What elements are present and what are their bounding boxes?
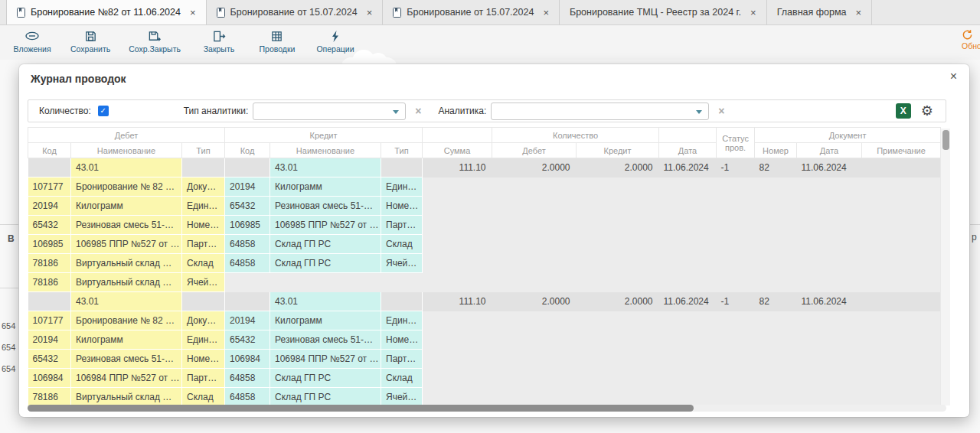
cell-num xyxy=(755,235,797,254)
cell-k-name: Склад ГП РС xyxy=(270,369,381,388)
analytics-clear-icon[interactable]: × xyxy=(718,105,724,117)
operations-button[interactable]: Операции xyxy=(315,29,355,54)
tab-tmc-registry[interactable]: Бронирование ТМЦ - Реестр за 2024 г. × xyxy=(560,0,767,24)
horizontal-scrollbar[interactable] xyxy=(28,405,946,412)
cell-k-type: Един… xyxy=(381,311,423,330)
tab-booking-1507-a[interactable]: Бронирование от 15.07.2024 × xyxy=(207,0,384,24)
tab-label: Бронирование №82 от 11.06.2024 xyxy=(31,7,181,18)
tab-close-icon[interactable]: × xyxy=(190,7,196,18)
close-form-button[interactable]: Закрыть xyxy=(199,29,239,54)
postings-button[interactable]: Проводки xyxy=(257,29,297,54)
analytics-type-clear-icon[interactable]: × xyxy=(415,105,421,117)
settings-gear-icon[interactable]: ⚙ xyxy=(921,104,933,118)
refresh-button[interactable]: Обновить xyxy=(962,29,980,50)
horizontal-scrollbar-thumb[interactable] xyxy=(28,405,694,412)
refresh-icon xyxy=(962,29,973,41)
cell-k-type: Номе… xyxy=(381,330,423,350)
cell-k-code: 106985 xyxy=(225,216,270,235)
tab-booking-1507-b[interactable]: Бронирование от 15.07.2024 × xyxy=(383,0,560,24)
cell-qk xyxy=(577,273,659,292)
cell-k-code: 65432 xyxy=(225,197,270,216)
col-header-debit-code: Код xyxy=(28,143,71,158)
tab-close-icon[interactable]: × xyxy=(367,7,373,18)
table-row[interactable]: 106985106985 ППР №527 от …Парт…64858Скла… xyxy=(28,235,941,254)
postings-table-area: Дебет Кредит Количество Статус пров. Док… xyxy=(28,127,950,407)
cell-num: 82 xyxy=(755,158,797,177)
cell-sum xyxy=(423,197,492,216)
vertical-scrollbar[interactable] xyxy=(940,129,950,405)
cell-d-type: Ячей… xyxy=(182,273,225,292)
table-row[interactable]: 78186Виртуальный склад …Склад64858Склад … xyxy=(28,254,941,273)
analytics-select[interactable] xyxy=(491,103,709,120)
toolbar-label: Закрыть xyxy=(204,44,234,54)
cell-d-type: Парт… xyxy=(182,235,225,254)
table-row[interactable]: 43.0143.01111.102.00002.000011.06.2024-1… xyxy=(28,158,941,177)
toolbar-label: Сохр.Закрыть xyxy=(129,44,181,54)
cell-sum xyxy=(423,369,492,388)
tab-main-form[interactable]: Главная форма × xyxy=(767,0,872,24)
table-row[interactable]: 65432Резиновая смесь 51-…Номе…1069841069… xyxy=(28,350,941,369)
tab-close-icon[interactable]: × xyxy=(543,7,549,18)
attachments-button[interactable]: Вложения xyxy=(12,29,52,54)
tab-booking-82[interactable]: Бронирование №82 от 11.06.2024 × xyxy=(6,0,207,24)
cell-d-type xyxy=(182,158,225,177)
cell-date: 11.06.2024 xyxy=(659,158,717,177)
cell-date xyxy=(659,330,717,350)
col-header-credit-name: Наименование xyxy=(270,143,381,158)
cell-status: -1 xyxy=(717,292,755,311)
table-row[interactable]: 20194КилограммЕдин…65432Резиновая смесь … xyxy=(28,330,941,350)
quantity-checkbox[interactable]: ✓ xyxy=(98,106,109,116)
cell-d-code: 107177 xyxy=(28,177,71,197)
cell-k-code: 64858 xyxy=(225,369,270,388)
col-header-doc-number: Номер xyxy=(755,143,797,158)
background-divider xyxy=(0,224,19,225)
cell-k-type xyxy=(381,273,423,292)
table-row[interactable]: 43.0143.01111.102.00002.000011.06.2024-1… xyxy=(28,292,941,311)
toolbar: Вложения Сохранить Сохр.Закрыть Закрыть … xyxy=(0,25,980,60)
tab-label: Бронирование от 15.07.2024 xyxy=(407,7,534,18)
cell-note xyxy=(862,330,941,350)
table-row[interactable]: 78186Виртуальный склад …Ячей… xyxy=(28,273,941,292)
excel-export-button[interactable]: X xyxy=(896,103,911,119)
save-button[interactable]: Сохранить xyxy=(70,29,110,54)
cell-qd xyxy=(492,350,577,369)
table-row[interactable]: 65432Резиновая смесь 51-…Номе…1069851069… xyxy=(28,216,941,235)
save-close-button[interactable]: Сохр.Закрыть xyxy=(129,29,181,54)
cell-sum: 111.10 xyxy=(423,158,492,177)
cell-d-code: 65432 xyxy=(28,216,71,235)
col-group-quantity: Количество xyxy=(492,128,659,143)
cell-note xyxy=(862,273,941,292)
cell-qk xyxy=(577,254,659,273)
analytics-type-select[interactable] xyxy=(253,103,406,120)
cell-num xyxy=(755,330,797,350)
cell-d-type: Доку… xyxy=(182,177,225,197)
tab-close-icon[interactable]: × xyxy=(855,7,861,18)
cell-d-name: 106984 ППР №527 от … xyxy=(71,369,182,388)
background-text: В xyxy=(8,233,15,244)
col-header-credit-type: Тип xyxy=(381,143,423,158)
cell-k-name: Килограмм xyxy=(270,311,381,330)
cell-ddate xyxy=(797,254,862,273)
table-row[interactable]: 107177Бронирование № 82 …Доку…20194Килог… xyxy=(28,311,941,330)
cell-d-code: 106985 xyxy=(28,235,71,254)
table-row[interactable]: 78186Виртуальный склад …Склад64858Склад … xyxy=(28,388,941,407)
cell-qk xyxy=(577,388,659,407)
cell-k-name xyxy=(270,273,381,292)
cell-k-name: 43.01 xyxy=(270,158,381,177)
table-row[interactable]: 107177Бронирование № 82 …Доку…20194Килог… xyxy=(28,177,941,197)
background-row-code: 654 xyxy=(2,343,15,352)
cell-d-code: 20194 xyxy=(28,330,71,350)
tab-bar: Бронирование №82 от 11.06.2024 × Брониро… xyxy=(0,0,980,25)
document-icon xyxy=(217,8,225,18)
cell-k-code: 65432 xyxy=(225,330,270,350)
cell-status xyxy=(717,330,755,350)
cell-d-code: 65432 xyxy=(28,350,71,369)
cell-note xyxy=(862,369,941,388)
cell-status xyxy=(717,235,755,254)
tab-close-icon[interactable]: × xyxy=(750,7,756,18)
dialog-close-icon[interactable]: × xyxy=(950,70,957,83)
cell-date xyxy=(659,254,717,273)
table-row[interactable]: 106984106984 ППР №527 от …Парт…64858Скла… xyxy=(28,369,941,388)
vertical-scrollbar-thumb[interactable] xyxy=(942,130,949,150)
table-row[interactable]: 20194КилограммЕдин…65432Резиновая смесь … xyxy=(28,197,941,216)
